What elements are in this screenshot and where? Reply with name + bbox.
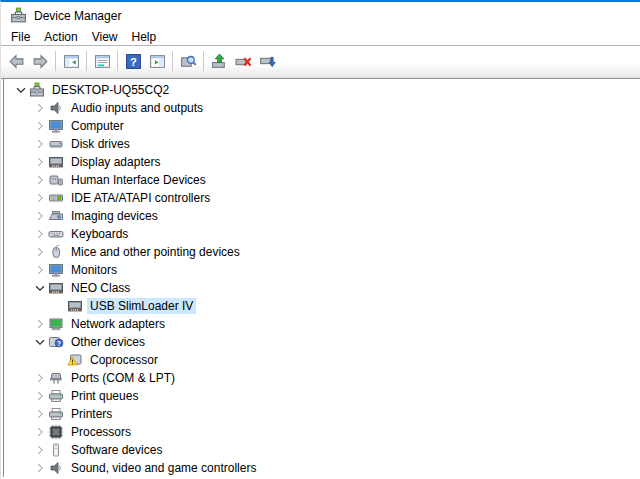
toolbar xyxy=(1,46,640,79)
tree-item-software-devices[interactable]: Software devices xyxy=(4,441,640,459)
warning-device-icon xyxy=(67,352,83,368)
show-console-tree-button[interactable] xyxy=(59,49,83,73)
toolbar-separator xyxy=(203,51,204,71)
unknown-device-icon xyxy=(48,334,64,350)
tree-item-human-interface-devices[interactable]: Human Interface Devices xyxy=(4,171,640,189)
disable-device-button[interactable] xyxy=(255,49,279,73)
chevron-right-icon[interactable] xyxy=(31,208,48,224)
menu-view[interactable]: View xyxy=(85,29,125,46)
software-device-icon xyxy=(48,442,64,458)
speaker-icon xyxy=(48,460,64,476)
tree-item-label: Network adapters xyxy=(68,316,168,332)
menubar: FileActionViewHelp xyxy=(1,29,640,46)
chevron-right-icon[interactable] xyxy=(31,262,48,278)
chevron-right-icon[interactable] xyxy=(31,100,48,116)
chevron-right-icon[interactable] xyxy=(31,118,48,134)
tree-item-display-adapters[interactable]: Display adapters xyxy=(4,153,640,171)
speaker-icon xyxy=(48,100,64,116)
display-adapter-icon xyxy=(48,154,64,170)
tree-item-processors[interactable]: Processors xyxy=(4,423,640,441)
tree-item-label: Sound, video and game controllers xyxy=(68,460,259,476)
display-adapter-icon xyxy=(48,280,64,296)
tree-item-keyboards[interactable]: Keyboards xyxy=(4,225,640,243)
toolbar-separator xyxy=(117,51,118,71)
tree-item-label: IDE ATA/ATAPI controllers xyxy=(68,190,213,206)
tree-item-neo-class[interactable]: NEO Class xyxy=(4,279,640,297)
chevron-right-icon[interactable] xyxy=(31,370,48,386)
arrow-right-icon xyxy=(32,53,49,70)
tree-item-mice-and-other-pointing-devices[interactable]: Mice and other pointing devices xyxy=(4,243,640,261)
arrow-left-icon xyxy=(8,53,25,70)
printer-icon xyxy=(48,406,64,422)
tree-item-usb-slimloader-iv[interactable]: USB SlimLoader IV xyxy=(4,297,640,315)
chevron-down-icon[interactable] xyxy=(31,334,48,350)
tree-item-ide-ata-atapi-controllers[interactable]: IDE ATA/ATAPI controllers xyxy=(4,189,640,207)
tree-item-sound-video-and-game-controllers[interactable]: Sound, video and game controllers xyxy=(4,459,640,477)
chevron-right-icon[interactable] xyxy=(31,406,48,422)
tree-item-label: Other devices xyxy=(68,334,148,350)
tree-item-audio-inputs-and-outputs[interactable]: Audio inputs and outputs xyxy=(4,99,640,117)
uninstall-device-icon xyxy=(235,53,252,70)
tree-item-label: Disk drives xyxy=(68,136,133,152)
device-tree: DESKTOP-UQ55CQ2Audio inputs and outputsC… xyxy=(3,79,640,477)
tree-item-other-devices[interactable]: Other devices xyxy=(4,333,640,351)
tree-item-coprocessor[interactable]: Coprocessor xyxy=(4,351,640,369)
show-action-pane-button[interactable] xyxy=(145,49,169,73)
help-icon xyxy=(125,53,142,70)
chevron-right-icon[interactable] xyxy=(31,442,48,458)
chevron-right-icon[interactable] xyxy=(31,136,48,152)
tree-item-label: Imaging devices xyxy=(68,208,161,224)
toolbar-separator xyxy=(172,51,173,71)
tree-item-computer[interactable]: Computer xyxy=(4,117,640,135)
console-window-icon xyxy=(63,53,80,70)
chevron-right-icon[interactable] xyxy=(31,424,48,440)
scan-computer-icon xyxy=(180,53,197,70)
tree-item-disk-drives[interactable]: Disk drives xyxy=(4,135,640,153)
mouse-icon xyxy=(48,244,64,260)
chevron-right-icon[interactable] xyxy=(31,172,48,188)
titlebar[interactable]: Device Manager xyxy=(1,2,640,29)
tree-item-label: USB SlimLoader IV xyxy=(87,298,196,314)
disk-drive-icon xyxy=(48,136,64,152)
tree-item-label: Ports (COM & LPT) xyxy=(68,370,178,386)
tree-item-label: Printers xyxy=(68,406,115,422)
tree-item-desktop-uq55cq2[interactable]: DESKTOP-UQ55CQ2 xyxy=(4,81,640,99)
tree-item-monitors[interactable]: Monitors xyxy=(4,261,640,279)
chevron-down-icon[interactable] xyxy=(12,82,29,98)
properties-button[interactable] xyxy=(90,49,114,73)
properties-window-icon xyxy=(94,53,111,70)
tree-item-printers[interactable]: Printers xyxy=(4,405,640,423)
chevron-right-icon[interactable] xyxy=(31,190,48,206)
printer-icon xyxy=(48,388,64,404)
monitor-icon xyxy=(48,118,64,134)
chevron-right-icon[interactable] xyxy=(31,154,48,170)
display-adapter-icon xyxy=(67,298,83,314)
chevron-right-icon[interactable] xyxy=(31,226,48,242)
tree-item-imaging-devices[interactable]: Imaging devices xyxy=(4,207,640,225)
menu-file[interactable]: File xyxy=(4,29,37,46)
menu-action[interactable]: Action xyxy=(37,29,84,46)
toolbar-separator xyxy=(86,51,87,71)
tree-item-label: Human Interface Devices xyxy=(68,172,209,188)
uninstall-device-button[interactable] xyxy=(231,49,255,73)
tree-item-print-queues[interactable]: Print queues xyxy=(4,387,640,405)
back-button[interactable] xyxy=(4,49,28,73)
chevron-right-icon[interactable] xyxy=(31,316,48,332)
imaging-device-icon xyxy=(48,208,64,224)
menu-help[interactable]: Help xyxy=(125,29,164,46)
forward-button[interactable] xyxy=(28,49,52,73)
chevron-right-icon[interactable] xyxy=(31,388,48,404)
chevron-right-icon[interactable] xyxy=(31,460,48,476)
chevron-right-icon[interactable] xyxy=(31,244,48,260)
chevron-placeholder xyxy=(50,352,67,368)
update-driver-button[interactable] xyxy=(207,49,231,73)
tree-item-ports-com-lpt[interactable]: Ports (COM & LPT) xyxy=(4,369,640,387)
ide-controller-icon xyxy=(48,190,64,206)
tree-item-label: Mice and other pointing devices xyxy=(68,244,243,260)
device-manager-window: Device Manager FileActionViewHelp DESKTO… xyxy=(0,0,640,479)
help-button[interactable] xyxy=(121,49,145,73)
tree-item-label: Processors xyxy=(68,424,134,440)
scan-hardware-changes-button[interactable] xyxy=(176,49,200,73)
tree-item-network-adapters[interactable]: Network adapters xyxy=(4,315,640,333)
chevron-down-icon[interactable] xyxy=(31,280,48,296)
